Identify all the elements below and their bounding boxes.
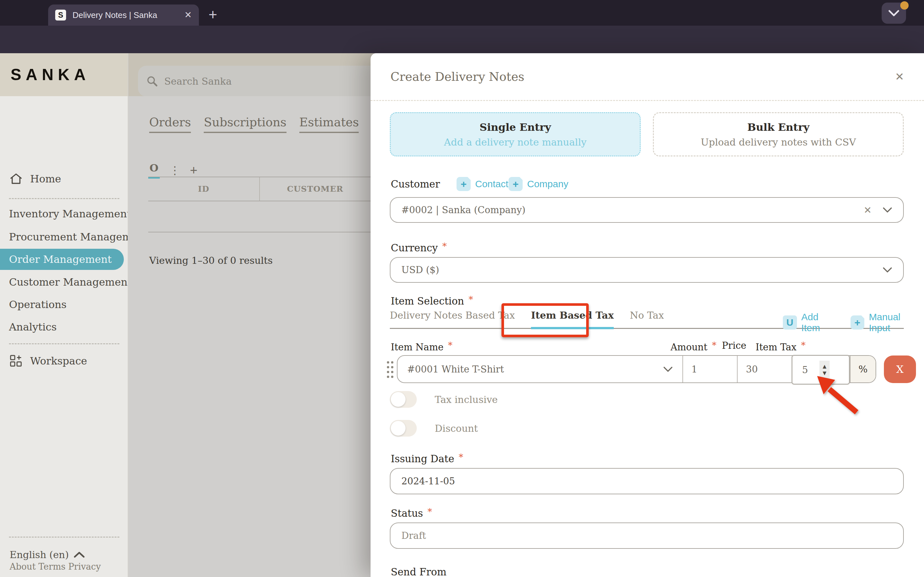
item-row: #0001 White T-Shirt ▲ ▼: [386, 355, 916, 383]
sidebar: SANKA Home Inventory Management Procurem…: [0, 53, 128, 577]
toggle-knob: [391, 392, 405, 407]
sidebar-item-label: Order Management: [9, 253, 111, 266]
sidebar-item-label: Workspace: [30, 355, 87, 367]
search-icon: [146, 75, 158, 87]
list-toolbar: O ⋮ +: [148, 162, 197, 179]
tab-close-icon[interactable]: ✕: [184, 11, 192, 19]
price-input[interactable]: [738, 364, 792, 375]
amount-header: Amount*: [670, 340, 716, 353]
sidebar-item-order-management[interactable]: Order Management: [0, 249, 124, 270]
currency-select-value: USD ($): [401, 264, 883, 276]
table-divider: [148, 232, 371, 232]
send-from-label: Send From: [391, 566, 447, 577]
currency-label-text: Currency: [391, 242, 438, 253]
sidebar-item-label: Customer Management: [9, 276, 128, 288]
bag-icon: U: [783, 316, 797, 330]
add-company-button[interactable]: + Company: [509, 177, 568, 191]
language-selector[interactable]: English (en): [0, 545, 128, 564]
item-tax-input[interactable]: [792, 364, 815, 376]
close-icon[interactable]: ✕: [895, 70, 905, 83]
sidebar-item-label: Inventory Management: [9, 208, 128, 220]
tab-delivery-notes-based-tax[interactable]: Delivery Notes Based Tax: [390, 309, 515, 328]
issuing-date-input[interactable]: [390, 468, 904, 494]
discount-label: Discount: [435, 423, 478, 434]
sidebar-item-label: Operations: [9, 298, 66, 311]
sanka-logo[interactable]: SANKA: [11, 65, 90, 84]
amount-header-text: Amount: [670, 342, 708, 353]
sidebar-item-workspace[interactable]: Workspace: [0, 351, 128, 371]
currency-select[interactable]: USD ($): [390, 257, 904, 283]
search-input[interactable]: [164, 76, 357, 87]
percent-suffix: %: [850, 356, 876, 382]
add-contact-button[interactable]: + Contact: [457, 177, 508, 191]
sidebar-item-operations[interactable]: Operations: [0, 295, 128, 314]
browser-tab-strip: S Delivery Notes | Sanka ✕ +: [0, 0, 924, 26]
tax-inclusive-toggle[interactable]: [390, 391, 417, 408]
stepper-down-icon[interactable]: ▼: [822, 371, 827, 376]
modal-title: Create Delivery Notes: [391, 70, 524, 84]
sidebar-item-customer[interactable]: Customer Management: [0, 272, 128, 292]
global-search[interactable]: [138, 66, 391, 97]
bulk-entry-subtitle: Upload delivery notes with CSV: [701, 137, 856, 148]
required-mark: *: [448, 340, 452, 351]
chevron-down-icon: [883, 207, 892, 213]
browser-tab[interactable]: S Delivery Notes | Sanka ✕: [48, 5, 199, 26]
customer-select[interactable]: #0002 | Sanka (Company) ✕: [390, 197, 904, 223]
column-header-id[interactable]: ID: [148, 177, 259, 201]
item-selection-label-text: Item Selection: [391, 295, 464, 307]
add-item-button[interactable]: U Add Item: [783, 311, 840, 334]
status-input[interactable]: [390, 522, 904, 549]
single-entry-card[interactable]: Single Entry Add a delivery note manuall…: [390, 112, 641, 156]
plus-icon: +: [851, 316, 865, 330]
sidebar-item-home[interactable]: Home: [0, 169, 128, 189]
manual-input-button[interactable]: + Manual Input: [851, 311, 924, 334]
price-header: Price: [722, 340, 746, 351]
amount-input[interactable]: [683, 364, 737, 375]
sidebar-item-label: Analytics: [9, 321, 57, 333]
clear-selection-icon[interactable]: ✕: [864, 205, 872, 216]
remove-item-button[interactable]: X: [884, 356, 916, 383]
add-view-button[interactable]: +: [190, 163, 197, 177]
status-label-text: Status: [391, 508, 423, 519]
bulk-entry-card[interactable]: Bulk Entry Upload delivery notes with CS…: [653, 112, 904, 156]
tab-estimates[interactable]: Estimates: [299, 115, 359, 133]
tax-inclusive-label: Tax inclusive: [435, 394, 498, 405]
item-fields-group: #0001 White T-Shirt ▲ ▼: [397, 355, 876, 383]
required-mark: *: [443, 241, 447, 251]
item-name-header-text: Item Name: [391, 342, 443, 353]
tab-orders[interactable]: Orders: [149, 115, 191, 133]
sidebar-item-inventory[interactable]: Inventory Management: [0, 204, 128, 223]
item-tax-header-text: Item Tax: [756, 342, 796, 353]
view-tab-icon[interactable]: O: [148, 162, 160, 179]
single-entry-title: Single Entry: [480, 121, 551, 133]
update-available-dot: [900, 1, 909, 10]
chevron-down-icon: [883, 267, 892, 273]
tab-subscriptions[interactable]: Subscriptions: [204, 115, 286, 133]
bulk-entry-title: Bulk Entry: [747, 121, 809, 133]
tab-no-tax[interactable]: No Tax: [630, 309, 664, 328]
discount-toggle[interactable]: [390, 420, 417, 437]
item-selection-label: Item Selection*: [391, 294, 473, 307]
drag-handle[interactable]: [386, 360, 394, 379]
results-count-text: Viewing 1–30 of 0 results: [149, 255, 273, 266]
amount-cell: [682, 356, 737, 382]
column-header-customer[interactable]: CUSTOMER: [259, 177, 371, 201]
item-name-value: #0001 White T-Shirt: [407, 364, 663, 375]
new-tab-button[interactable]: +: [208, 6, 217, 23]
home-icon: [10, 173, 23, 185]
tab-title: Delivery Notes | Sanka: [73, 10, 178, 20]
required-mark: *: [712, 340, 716, 351]
sidebar-item-procurement[interactable]: Procurement Management: [0, 227, 128, 247]
kebab-menu-icon[interactable]: ⋮: [170, 164, 180, 177]
item-tax-header: Item Tax*: [756, 340, 806, 353]
required-mark: *: [469, 294, 473, 305]
sidebar-item-analytics[interactable]: Analytics: [0, 318, 128, 337]
site-favicon: S: [55, 10, 66, 21]
annotation-highlight-box: [501, 303, 589, 337]
stepper-up-icon[interactable]: ▲: [822, 364, 827, 369]
number-stepper[interactable]: ▲ ▼: [819, 361, 830, 379]
footer-links[interactable]: About Terms Privacy: [0, 562, 101, 572]
chevron-down-icon: [888, 10, 899, 17]
currency-label: Currency*: [391, 241, 447, 253]
item-name-select[interactable]: #0001 White T-Shirt: [397, 356, 682, 382]
